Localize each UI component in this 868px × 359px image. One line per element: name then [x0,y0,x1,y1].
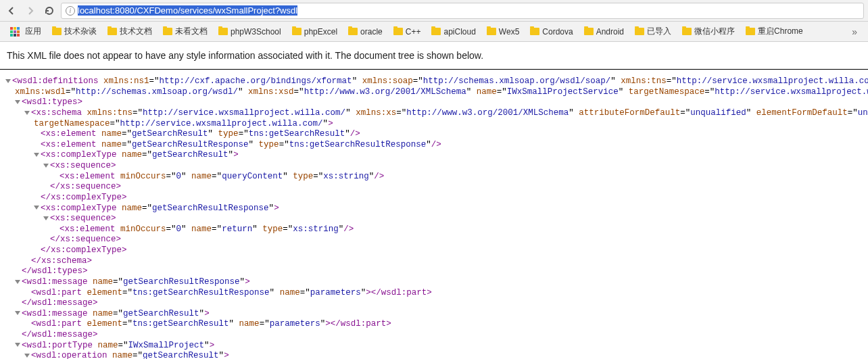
xml-line[interactable]: <xs:schema xmlns:tns="http://service.wxs… [5,108,863,119]
site-info-icon[interactable]: i [66,6,75,16]
collapse-icon[interactable] [15,311,20,315]
bookmarks-overflow[interactable]: » [846,24,863,39]
xml-line[interactable]: <wsdl:portType name="IWxSmallProject"> [5,341,863,352]
xml-line: <xs:element name="getSearchResult" type=… [5,129,863,140]
folder-icon [682,28,692,35]
xml-line: <xs:element name="getSearchResultRespons… [5,140,863,151]
bookmark-folder[interactable]: 重启Chrome [741,24,808,39]
apps-label: 应用 [25,26,41,37]
xml-line[interactable]: <xs:sequence> [5,161,863,172]
xml-line: <xs:element minOccurs="0" name="return" … [5,224,863,235]
collapse-icon[interactable] [24,354,30,358]
address-bar[interactable]: i localhost:8080/CXFDemo/services/wxSmal… [61,3,864,19]
xml-line: </xs:sequence> [5,182,863,193]
apps-icon [10,27,20,37]
collapse-icon[interactable] [34,206,39,210]
collapse-icon[interactable] [15,100,20,104]
xml-line: </wsdl:message> [5,330,863,341]
xml-line: xmlns:wsdl="http://schemas.xmlsoap.org/w… [5,87,863,98]
xml-line: </wsdl:types> [5,266,863,277]
xml-notice: This XML file does not appear to have an… [0,42,868,70]
collapse-icon[interactable] [15,343,20,347]
bookmark-folder[interactable]: phpExcel [287,25,342,39]
bookmark-folder[interactable]: 技术文档 [103,24,157,39]
bookmark-folder[interactable]: Wex5 [482,25,524,39]
xml-line[interactable]: <xs:complexType name="getSearchResultRes… [5,204,863,214]
xml-line[interactable]: <wsdl:types> [5,97,863,108]
folder-icon [393,28,403,35]
bookmark-folder[interactable]: Android [579,25,629,39]
collapse-icon[interactable] [15,280,20,284]
bookmark-folder[interactable]: phpW3School [214,25,286,39]
collapse-icon[interactable] [43,216,49,220]
xml-line[interactable]: <wsdl:definitions xmlns:ns1="http://cxf.… [5,76,863,87]
collapse-icon[interactable] [24,111,30,115]
browser-toolbar: i localhost:8080/CXFDemo/services/wxSmal… [0,0,868,22]
reload-button[interactable] [42,3,57,18]
bookmark-folder[interactable]: apiCloud [427,25,480,39]
xml-tree: <wsdl:definitions xmlns:ns1="http://cxf.… [0,70,868,359]
folder-icon [530,28,539,35]
folder-icon [218,28,228,35]
collapse-icon[interactable] [43,164,49,168]
bookmark-folder[interactable]: 技术杂谈 [47,24,101,39]
xml-line: <wsdl:part element="tns:getSearchResultR… [5,288,863,299]
folder-icon [635,28,644,35]
xml-line[interactable]: <wsdl:operation name="getSearchResult"> [5,351,863,359]
forward-button[interactable] [23,3,38,18]
folder-icon [107,28,117,35]
apps-button[interactable]: 应用 [5,24,46,39]
folder-icon [163,28,172,35]
folder-icon [584,28,594,35]
xml-line: </xs:complexType> [5,245,863,256]
folder-icon [52,28,62,35]
xml-line[interactable]: <wsdl:message name="getSearchResultRespo… [5,277,863,288]
bookmark-folder[interactable]: C++ [389,25,426,39]
xml-line: </xs:schema> [5,256,863,267]
collapse-icon[interactable] [5,79,11,83]
xml-line: <xs:element minOccurs="0" name="queryCon… [5,172,863,183]
bookmarks-bar: 应用 技术杂谈 技术文档 未看文档 phpW3School phpExcel o… [0,22,868,42]
folder-icon [348,28,358,35]
xml-line[interactable]: <wsdl:message name="getSearchResult"> [5,309,863,320]
xml-line: </wsdl:message> [5,298,863,309]
xml-line: </xs:sequence> [5,235,863,245]
xml-line[interactable]: <xs:sequence> [5,214,863,224]
bookmark-folder[interactable]: Cordova [525,25,577,39]
folder-icon [487,28,496,35]
xml-line: </xs:complexType> [5,193,863,204]
xml-line: <wsdl:part element="tns:getSearchResult"… [5,319,863,330]
bookmark-folder[interactable]: 已导入 [630,24,676,39]
url-text: localhost:8080/CXFDemo/services/wxSmallP… [78,5,859,16]
bookmark-folder[interactable]: 微信小程序 [677,24,740,39]
folder-icon [431,28,441,35]
collapse-icon[interactable] [34,153,39,157]
xml-line[interactable]: <xs:complexType name="getSearchResult"> [5,150,863,161]
bookmark-folder[interactable]: 未看文档 [158,24,212,39]
bookmark-folder[interactable]: oracle [343,25,387,39]
back-button[interactable] [4,3,19,18]
folder-icon [746,28,755,35]
folder-icon [292,28,302,35]
xml-line: targetNamespace="http://service.wxsmallp… [5,119,863,130]
